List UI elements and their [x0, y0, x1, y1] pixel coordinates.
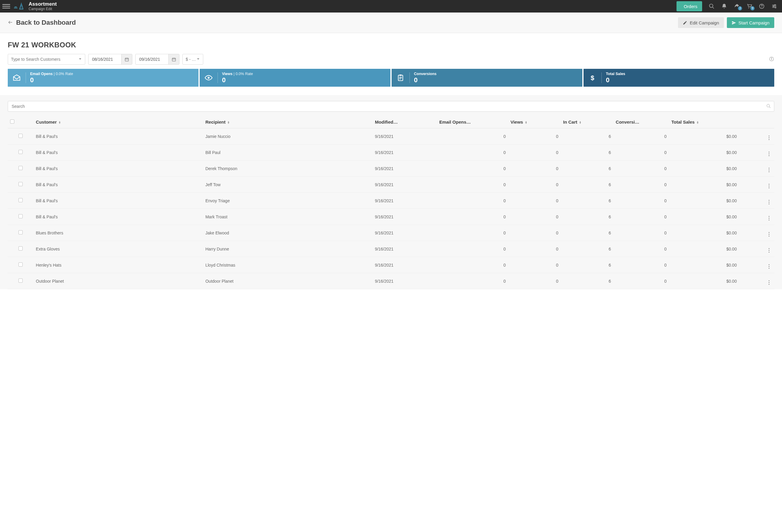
row-menu-icon[interactable] — [766, 248, 772, 253]
sliders-icon[interactable] — [771, 3, 777, 9]
column-views[interactable]: Views▲▼ — [508, 116, 561, 128]
brand-logo[interactable] — [13, 2, 25, 11]
table-row[interactable]: Blues BrothersJake Elwood9/16/20210060$0… — [8, 225, 774, 241]
row-menu-icon[interactable] — [766, 200, 772, 204]
row-checkbox[interactable] — [19, 134, 23, 138]
table-row[interactable]: Bill & Paul'sJamie Nuccio9/16/20210060$0… — [8, 128, 774, 145]
stat-conversions[interactable]: Conversions 0 — [392, 69, 582, 87]
stat-value: 0 — [30, 76, 73, 84]
start-campaign-label: Start Campaign — [739, 20, 770, 25]
back-to-dashboard[interactable]: Back to Dashboard — [8, 19, 76, 27]
column-recipient[interactable]: Recipient▲▼ — [203, 116, 372, 128]
table-row[interactable]: Henley's HatsLloyd Christmas9/16/2021006… — [8, 257, 774, 273]
cell-in-cart: 6 — [561, 241, 614, 257]
cell-conversions: 0 — [613, 257, 669, 273]
info-icon[interactable] — [769, 56, 774, 63]
stat-total-sales[interactable]: $ Total Sales 0 — [583, 69, 774, 87]
cell-conversions: 0 — [613, 145, 669, 160]
table-row[interactable]: Bill & Paul'sMark Troast9/16/20210060$0.… — [8, 209, 774, 225]
app-title-block: Assortment Campaign Edit — [29, 1, 57, 11]
cell-recipient: Harry Dunne — [203, 241, 372, 257]
row-menu-icon[interactable] — [766, 280, 772, 285]
customer-search-combo[interactable]: Type to Search Customers — [8, 54, 85, 65]
customers-table: Customer▲▼ Recipient▲▼ Modified… Email O… — [8, 116, 774, 289]
calendar-icon[interactable] — [168, 54, 179, 64]
row-checkbox[interactable] — [19, 246, 23, 251]
cell-total-sales: $0.00 — [669, 177, 739, 193]
column-customer[interactable]: Customer▲▼ — [33, 116, 203, 128]
cell-conversions: 0 — [613, 177, 669, 193]
customer-search-placeholder: Type to Search Customers — [11, 57, 61, 62]
row-menu-icon[interactable] — [766, 152, 772, 156]
svg-text:$: $ — [591, 74, 594, 82]
currency-combo[interactable]: $ - … — [182, 54, 203, 65]
table-row[interactable]: Outdoor PlanetOutdoor Planet9/16/2021006… — [8, 273, 774, 289]
row-checkbox[interactable] — [19, 150, 23, 154]
table-row[interactable]: Bill & Paul'sDerek Thompson9/16/20210060… — [8, 160, 774, 177]
cell-views: 0 — [508, 128, 561, 145]
stat-sub: | 0.0% Rate — [53, 72, 73, 76]
edit-campaign-button[interactable]: Edit Campaign — [678, 17, 723, 28]
sort-icon: ▲▼ — [579, 121, 581, 124]
cell-total-sales: $0.00 — [669, 257, 739, 273]
table-row[interactable]: Bill & Paul'sBill Paul9/16/20210060$0.00 — [8, 145, 774, 160]
column-modified[interactable]: Modified… — [372, 116, 437, 128]
bell-icon[interactable] — [721, 3, 727, 9]
row-checkbox[interactable] — [19, 278, 23, 283]
row-menu-icon[interactable] — [766, 136, 772, 140]
menu-icon[interactable] — [2, 2, 10, 10]
row-checkbox[interactable] — [19, 230, 23, 234]
search-icon[interactable] — [709, 3, 715, 9]
cell-modified: 9/16/2021 — [372, 160, 437, 177]
sort-icon: ▲▼ — [227, 121, 230, 124]
table-search-input[interactable] — [12, 104, 770, 109]
cart-icon[interactable]: 9 — [746, 3, 752, 9]
cell-modified: 9/16/2021 — [372, 193, 437, 209]
help-icon[interactable] — [759, 3, 765, 9]
column-total-sales[interactable]: Total Sales▲▼ — [669, 116, 739, 128]
svg-rect-27 — [400, 74, 402, 76]
date-end-field[interactable]: 09/16/2021 — [135, 54, 179, 65]
checkbox[interactable] — [10, 119, 14, 124]
topbar-icons: 3 9 — [709, 3, 777, 9]
orders-button[interactable]: Orders — [676, 1, 702, 11]
date-start-field[interactable]: 08/16/2021 — [88, 54, 132, 65]
row-checkbox[interactable] — [19, 198, 23, 202]
cell-modified: 9/16/2021 — [372, 177, 437, 193]
column-email-opens[interactable]: Email Opens… — [437, 116, 508, 128]
table-row[interactable]: Bill & Paul'sEnvoy Triage9/16/20210060$0… — [8, 193, 774, 209]
paper-plane-icon — [732, 21, 736, 25]
row-menu-icon[interactable] — [766, 216, 772, 220]
cell-modified: 9/16/2021 — [372, 145, 437, 160]
column-checkbox[interactable] — [8, 116, 33, 128]
table-row[interactable]: Extra GlovesHarry Dunne9/16/20210060$0.0… — [8, 241, 774, 257]
stats-row: Email Opens | 0.0% Rate 0 Views | 0.0% R… — [0, 69, 782, 92]
cell-conversions: 0 — [613, 241, 669, 257]
row-menu-icon[interactable] — [766, 184, 772, 188]
share-icon[interactable]: 3 — [734, 3, 740, 9]
cell-in-cart: 6 — [561, 145, 614, 160]
table-search[interactable] — [8, 101, 774, 112]
stat-views[interactable]: Views | 0.0% Rate 0 — [200, 69, 390, 87]
cell-total-sales: $0.00 — [669, 128, 739, 145]
column-actions — [739, 116, 774, 128]
svg-point-1 — [710, 4, 713, 8]
table-row[interactable]: Bill & Paul'sJeff Tow9/16/20210060$0.00 — [8, 177, 774, 193]
eye-icon — [204, 74, 213, 82]
cell-views: 0 — [508, 209, 561, 225]
stat-email-opens[interactable]: Email Opens | 0.0% Rate 0 — [8, 69, 199, 87]
row-checkbox[interactable] — [19, 214, 23, 218]
start-campaign-button[interactable]: Start Campaign — [727, 17, 774, 28]
chevron-down-icon — [197, 57, 200, 62]
row-checkbox[interactable] — [19, 182, 23, 186]
pencil-icon — [683, 21, 687, 25]
row-menu-icon[interactable] — [766, 264, 772, 269]
column-conversions[interactable]: Conversi… — [613, 116, 669, 128]
row-checkbox[interactable] — [19, 166, 23, 170]
envelope-open-icon — [12, 74, 22, 82]
column-in-cart[interactable]: In Cart▲▼ — [561, 116, 614, 128]
row-menu-icon[interactable] — [766, 168, 772, 172]
calendar-icon[interactable] — [121, 54, 132, 64]
row-checkbox[interactable] — [19, 262, 23, 267]
row-menu-icon[interactable] — [766, 232, 772, 236]
